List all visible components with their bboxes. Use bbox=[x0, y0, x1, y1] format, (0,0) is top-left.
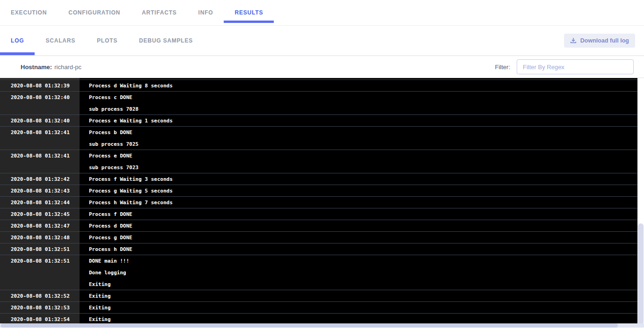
horizontal-scrollbar-track[interactable] bbox=[0, 323, 644, 328]
log-messages: Process e DONEsub process 7023 bbox=[80, 150, 637, 173]
tab-info[interactable]: INFO bbox=[188, 0, 224, 25]
log-messages: DONE main !!!Done loggingExiting bbox=[80, 255, 637, 290]
hostname-label: Hostname: bbox=[21, 64, 52, 71]
log-message-line: Process h DONE bbox=[89, 243, 637, 255]
filter-label: Filter: bbox=[495, 64, 511, 71]
log-message-line: Process e DONE bbox=[89, 150, 637, 162]
log-message-line: sub process 7023 bbox=[89, 162, 637, 173]
log-message-line: Process c DONE bbox=[89, 92, 637, 103]
tab-artifacts[interactable]: ARTIFACTS bbox=[131, 0, 188, 25]
log-messages: Process f DONE bbox=[80, 208, 637, 220]
results-tab-bar: LOG SCALARS PLOTS DEBUG SAMPLES Download… bbox=[0, 26, 644, 56]
log-panel: 2020-08-08 01:32:39Process d Waiting 8 s… bbox=[0, 78, 644, 325]
log-row: 2020-08-08 01:32:53Exiting bbox=[0, 302, 637, 314]
log-messages: Process h Waiting 7 seconds bbox=[80, 197, 637, 208]
horizontal-scrollbar-thumb[interactable] bbox=[1, 323, 618, 328]
log-messages: Process d DONE bbox=[80, 220, 637, 231]
log-messages: Process g DONE bbox=[80, 232, 637, 243]
log-message-line: Process g Waiting 5 seconds bbox=[89, 185, 637, 197]
hostname-value: richard-pc bbox=[54, 64, 81, 71]
log-row: 2020-08-08 01:32:52Exiting bbox=[0, 290, 637, 302]
tab-plots[interactable]: PLOTS bbox=[86, 26, 128, 55]
log-messages: Process f Waiting 3 seconds bbox=[80, 173, 637, 185]
log-message-line: Process h Waiting 7 seconds bbox=[89, 197, 637, 208]
log-timestamp: 2020-08-08 01:32:48 bbox=[0, 232, 80, 243]
tab-execution[interactable]: EXECUTION bbox=[0, 0, 58, 25]
log-message-line: Process g DONE bbox=[89, 232, 637, 243]
log-messages: Process e Waiting 1 seconds bbox=[80, 115, 637, 126]
tab-scalars[interactable]: SCALARS bbox=[35, 26, 86, 55]
log-timestamp: 2020-08-08 01:32:52 bbox=[0, 290, 80, 301]
log-timestamp: 2020-08-08 01:32:42 bbox=[0, 173, 80, 185]
log-message-line: Process d DONE bbox=[89, 220, 637, 232]
log-timestamp: 2020-08-08 01:32:41 bbox=[0, 150, 80, 173]
log-timestamp: 2020-08-08 01:32:39 bbox=[0, 80, 80, 91]
log-message-line: sub process 7025 bbox=[89, 138, 637, 150]
log-timestamp: 2020-08-08 01:32:51 bbox=[0, 243, 80, 255]
log-timestamp: 2020-08-08 01:32:40 bbox=[0, 115, 80, 126]
log-message-line: Exiting bbox=[89, 290, 637, 302]
log-message-line: DONE main !!! bbox=[89, 255, 637, 267]
tab-results[interactable]: RESULTS bbox=[224, 0, 274, 25]
log-messages: Exiting bbox=[80, 302, 637, 313]
log-row: 2020-08-08 01:32:41Process e DONEsub pro… bbox=[0, 150, 637, 173]
log-messages: Process b DONEsub process 7025 bbox=[80, 127, 637, 150]
log-message-line: Exiting bbox=[89, 279, 637, 290]
log-timestamp: 2020-08-08 01:32:43 bbox=[0, 185, 80, 196]
filter-group: Filter: bbox=[495, 59, 634, 74]
log-timestamp: 2020-08-08 01:32:53 bbox=[0, 302, 80, 313]
log-row: 2020-08-08 01:32:51Process h DONE bbox=[0, 243, 637, 255]
log-timestamp: 2020-08-08 01:32:44 bbox=[0, 197, 80, 208]
download-icon bbox=[570, 37, 577, 44]
results-page: EXECUTION CONFIGURATION ARTIFACTS INFO R… bbox=[0, 0, 644, 329]
log-toolbar: Hostname: richard-pc Filter: bbox=[0, 56, 644, 78]
log-row: 2020-08-08 01:32:48Process g DONE bbox=[0, 232, 637, 243]
log-row: 2020-08-08 01:32:40Process c DONEsub pro… bbox=[0, 92, 637, 115]
log-messages: Exiting bbox=[80, 290, 637, 301]
log-timestamp: 2020-08-08 01:32:51 bbox=[0, 255, 80, 290]
log-row: 2020-08-08 01:32:42Process f Waiting 3 s… bbox=[0, 173, 637, 185]
download-full-log-button[interactable]: Download full log bbox=[564, 34, 635, 48]
main-tab-bar: EXECUTION CONFIGURATION ARTIFACTS INFO R… bbox=[0, 0, 644, 26]
log-timestamp: 2020-08-08 01:32:45 bbox=[0, 208, 80, 220]
log-row: 2020-08-08 01:32:40Process e Waiting 1 s… bbox=[0, 115, 637, 127]
vertical-scrollbar-thumb[interactable] bbox=[638, 223, 644, 325]
log-messages: Process c DONEsub process 7028 bbox=[80, 92, 637, 114]
log-row: 2020-08-08 01:32:45Process f DONE bbox=[0, 208, 637, 220]
log-message-line: Process b DONE bbox=[89, 127, 637, 138]
log-timestamp: 2020-08-08 01:32:41 bbox=[0, 127, 80, 150]
log-message-line: Process f Waiting 3 seconds bbox=[89, 173, 637, 185]
log-message-line: Done logging bbox=[89, 267, 637, 279]
log-row: 2020-08-08 01:32:47Process d DONE bbox=[0, 220, 637, 232]
log-message-line: Process f DONE bbox=[89, 208, 637, 220]
log-row: 2020-08-08 01:32:39Process d Waiting 8 s… bbox=[0, 80, 637, 92]
log-messages: Process d Waiting 8 seconds bbox=[80, 80, 637, 91]
tab-debug-samples[interactable]: DEBUG SAMPLES bbox=[128, 26, 204, 55]
vertical-scrollbar-track[interactable] bbox=[637, 78, 644, 325]
log-message-line: Process d Waiting 8 seconds bbox=[89, 80, 637, 92]
log-row: 2020-08-08 01:32:43Process g Waiting 5 s… bbox=[0, 185, 637, 197]
log-timestamp: 2020-08-08 01:32:40 bbox=[0, 92, 80, 114]
download-button-label: Download full log bbox=[580, 37, 629, 44]
log-row: 2020-08-08 01:32:51DONE main !!!Done log… bbox=[0, 255, 637, 290]
log-row: 2020-08-08 01:32:41Process b DONEsub pro… bbox=[0, 127, 637, 150]
tab-configuration[interactable]: CONFIGURATION bbox=[58, 0, 131, 25]
log-row: 2020-08-08 01:32:44Process h Waiting 7 s… bbox=[0, 197, 637, 208]
log-message-line: Process e Waiting 1 seconds bbox=[89, 115, 637, 127]
tab-log[interactable]: LOG bbox=[0, 26, 35, 55]
filter-regex-input[interactable] bbox=[517, 59, 634, 74]
log-messages: Process g Waiting 5 seconds bbox=[80, 185, 637, 196]
log-message-line: sub process 7028 bbox=[89, 103, 637, 115]
log-messages: Process h DONE bbox=[80, 243, 637, 255]
log-timestamp: 2020-08-08 01:32:47 bbox=[0, 220, 80, 231]
log-message-line: Exiting bbox=[89, 302, 637, 314]
log-rows: 2020-08-08 01:32:39Process d Waiting 8 s… bbox=[0, 78, 637, 325]
